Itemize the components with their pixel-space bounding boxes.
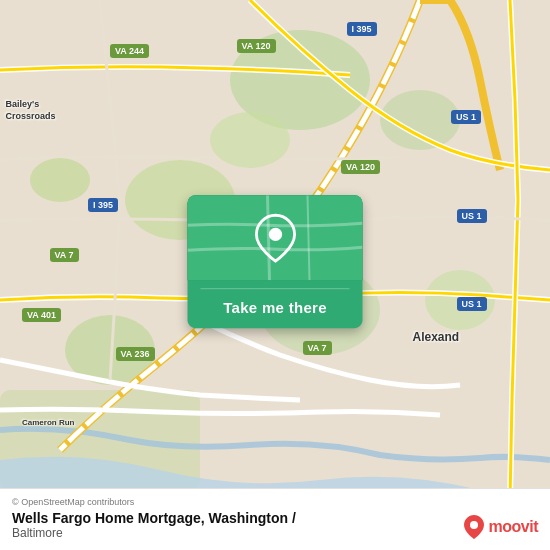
highway-label-us1a: US 1	[451, 110, 481, 124]
svg-point-8	[210, 112, 290, 168]
moovit-logo: moovit	[463, 514, 538, 540]
svg-point-12	[470, 521, 478, 529]
location-name: Wells Fargo Home Mortgage, Washington /	[12, 510, 296, 526]
highway-label-i395a: I 395	[347, 22, 377, 36]
popup-card[interactable]: Take me there	[188, 195, 363, 328]
highway-label-va120b: VA 120	[341, 160, 380, 174]
highway-label-us1c: US 1	[457, 297, 487, 311]
highway-label-va244: VA 244	[110, 44, 149, 58]
location-pin-icon	[254, 217, 296, 259]
svg-point-11	[268, 227, 281, 240]
bottom-bar: © OpenStreetMap contributors Wells Fargo…	[0, 488, 550, 550]
highway-label-va401: VA 401	[22, 308, 61, 322]
svg-point-9	[30, 158, 90, 202]
location-subtitle: Baltimore	[12, 526, 296, 540]
moovit-text: moovit	[489, 518, 538, 536]
take-me-there-button[interactable]: Take me there	[223, 299, 327, 316]
place-label-cameron: Cameron Run	[22, 418, 74, 427]
moovit-pin-icon	[463, 514, 485, 540]
map-container: VA 244 VA 120 VA 120 I 395 I 395 VA 7 VA…	[0, 0, 550, 550]
bottom-info-row: Wells Fargo Home Mortgage, Washington / …	[12, 510, 538, 540]
place-label-alexandria: Alexand	[413, 330, 460, 344]
location-info: Wells Fargo Home Mortgage, Washington / …	[12, 510, 296, 540]
highway-label-va236: VA 236	[116, 347, 155, 361]
highway-label-va7b: VA 7	[303, 341, 332, 355]
highway-label-us1b: US 1	[457, 209, 487, 223]
highway-label-va120a: VA 120	[237, 39, 276, 53]
highway-label-va7a: VA 7	[50, 248, 79, 262]
popup-divider	[201, 288, 350, 289]
copyright-text: © OpenStreetMap contributors	[12, 497, 538, 507]
place-label-baileys: Bailey'sCrossroads	[6, 99, 56, 122]
highway-label-i395b: I 395	[88, 198, 118, 212]
popup-map-preview	[188, 195, 363, 280]
